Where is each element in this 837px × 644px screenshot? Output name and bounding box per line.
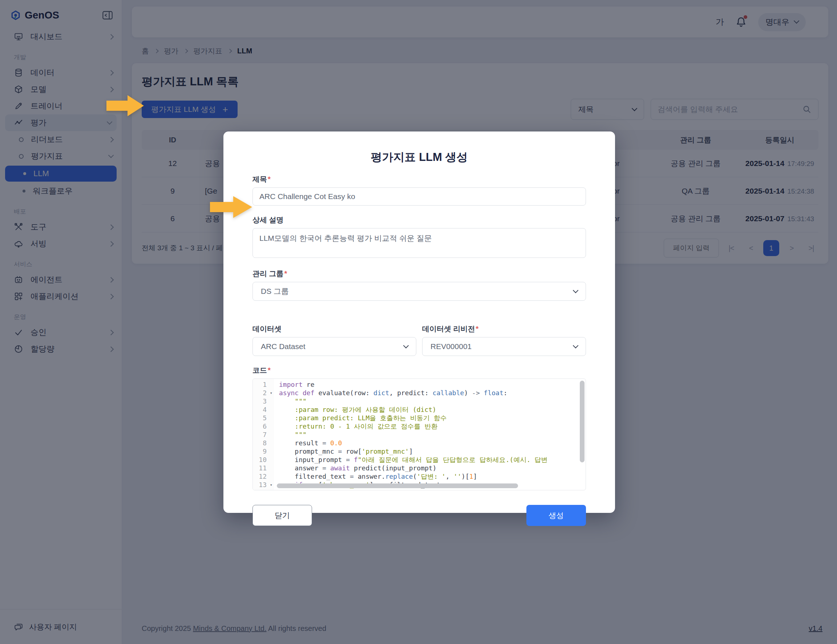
required-asterisk: *	[268, 175, 271, 183]
close-button[interactable]: 닫기	[253, 505, 312, 526]
revision-select-value: REV000001	[430, 342, 471, 351]
group-field-label: 관리 그룹*	[253, 269, 586, 279]
code-editor-lines: import reasync def evaluate(row: dict, p…	[274, 379, 586, 490]
required-asterisk: *	[476, 325, 479, 333]
title-field-label: 제목*	[253, 174, 586, 184]
chevron-down-icon	[573, 287, 579, 293]
required-asterisk: *	[284, 269, 287, 277]
dataset-field-label: 데이터셋	[253, 324, 416, 334]
group-select[interactable]: DS 그룹	[253, 282, 586, 301]
revision-select[interactable]: REV000001	[422, 337, 586, 356]
dataset-select-value: ARC Dataset	[261, 342, 305, 351]
chevron-down-icon	[403, 342, 409, 348]
dataset-select[interactable]: ARC Dataset	[253, 337, 416, 356]
required-asterisk: *	[268, 366, 271, 374]
submit-button[interactable]: 생성	[527, 505, 586, 526]
create-metric-modal: 평가지표 LLM 생성 제목* 상세 설명 LLM모델의 한국어 추론능력 평가…	[223, 131, 615, 513]
code-gutter: 12▾345678910111213▾14	[253, 379, 274, 490]
modal-actions: 닫기 생성	[253, 505, 586, 526]
code-editor[interactable]: 12▾345678910111213▾14 import reasync def…	[253, 379, 586, 490]
code-vertical-scrollbar[interactable]	[580, 381, 584, 462]
group-select-value: DS 그룹	[261, 286, 289, 297]
modal-title: 평가지표 LLM 생성	[253, 150, 586, 165]
code-horizontal-scrollbar[interactable]	[277, 483, 518, 488]
revision-field-label: 데이터셋 리비전*	[422, 324, 586, 334]
description-field-label: 상세 설명	[253, 215, 586, 225]
annotation-arrow-title-field	[210, 195, 253, 219]
annotation-arrow-create-button	[107, 95, 144, 117]
chevron-down-icon	[573, 342, 579, 348]
description-field[interactable]: LLM모델의 한국어 추론능력 평가 비교적 쉬운 질문	[253, 228, 586, 258]
title-field[interactable]	[253, 187, 586, 206]
code-field-label: 코드*	[253, 365, 586, 375]
